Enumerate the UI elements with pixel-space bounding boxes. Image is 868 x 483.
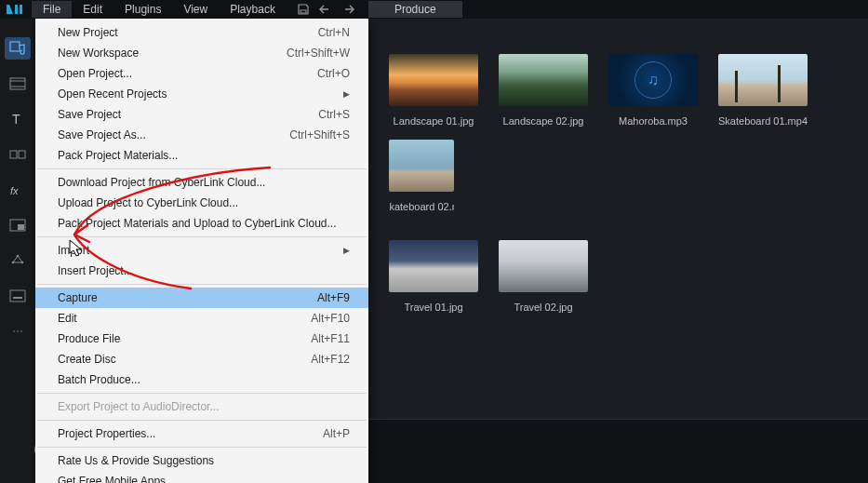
menu-item-shortcut: Ctrl+Shift+S [289,127,350,142]
menu-item-label: Pack Project Materials and Upload to Cyb… [58,216,336,231]
media-label: Travel 02.jpg [514,302,572,313]
media-label: Mahoroba.mp3 [619,115,688,127]
app-logo-icon [4,2,28,17]
menu-separator [37,236,367,237]
menu-item-label: Batch Produce... [58,372,140,387]
menu-item[interactable]: Produce FileAlt+F11 [35,329,368,349]
menu-item-label: New Project [58,25,118,40]
menu-item-shortcut: Ctrl+Shift+W [287,46,350,60]
menu-item-label: Edit [58,311,77,326]
menu-item-label: Get Free Mobile Apps [58,474,166,483]
menu-item[interactable]: Save Project As...Ctrl+Shift+S [35,125,368,145]
menu-item[interactable]: Upload Project to CyberLink Cloud... [35,193,368,213]
menu-separator [37,284,367,285]
thumbnail-icon [389,54,478,106]
menu-item-label: Download Project from CyberLink Cloud... [58,175,265,190]
tool-subtitle-icon[interactable] [5,285,31,307]
tool-particle-icon[interactable] [5,249,31,272]
save-icon[interactable] [292,1,314,18]
menu-item-label: Save Project As... [58,127,146,142]
media-item[interactable]: Travel 01.jpg [389,240,478,313]
tool-pip-icon[interactable] [5,214,31,236]
menu-item-shortcut: Ctrl+N [318,25,350,40]
menu-view[interactable]: View [172,1,219,18]
menu-item[interactable]: Import▶ [35,240,368,261]
media-item[interactable]: Landscape 01.jpg [389,54,478,127]
left-toolbar: T fx ⋯ [0,19,35,483]
tool-media-icon[interactable] [5,37,31,60]
svg-rect-2 [300,10,306,13]
media-item[interactable]: ♫ Mahoroba.mp3 [608,54,698,127]
thumbnail-icon: ♫ [608,54,698,106]
media-item[interactable]: Skateboard 01.mp4 [718,54,808,127]
svg-text:T: T [12,112,20,127]
menu-item[interactable]: EditAlt+F10 [35,308,368,329]
menu-item-shortcut: Alt+F11 [311,331,350,346]
menu-item-label: Upload Project to CyberLink Cloud... [58,195,238,210]
menu-file[interactable]: File [32,1,72,18]
menu-item-label: Produce File [58,331,120,346]
menu-item[interactable]: Open Project...Ctrl+O [35,63,368,84]
menu-item-shortcut: Alt+F12 [311,352,350,367]
menu-edit[interactable]: Edit [72,1,114,18]
thumbnail-icon [499,54,588,106]
tool-storyboard-icon[interactable] [5,73,31,95]
menu-item[interactable]: New ProjectCtrl+N [35,22,368,43]
media-item[interactable]: Skateboard 02.m [389,140,454,212]
menu-item[interactable]: Save ProjectCtrl+S [35,104,368,125]
menu-item[interactable]: Batch Produce... [35,369,368,390]
menu-item[interactable]: CaptureAlt+F9 [35,288,368,308]
svg-rect-1 [20,5,22,14]
media-grid: Landscape 01.jpg Landscape 02.jpg ♫ Maho… [389,54,868,212]
menu-item[interactable]: Get Free Mobile Apps [35,471,368,483]
menu-item[interactable]: Open Recent Projects▶ [35,84,368,104]
menu-item[interactable]: Pack Project Materials and Upload to Cyb… [35,213,368,234]
thumbnail-icon [389,140,454,192]
menu-item-shortcut: Alt+F9 [317,290,350,305]
thumbnail-icon [499,240,588,292]
menu-item-label: Capture [58,290,98,305]
file-dropdown: New ProjectCtrl+NNew WorkspaceCtrl+Shift… [35,19,368,483]
tool-more-icon[interactable]: ⋯ [5,320,31,342]
menu-item[interactable]: Download Project from CyberLink Cloud... [35,172,368,193]
menu-item-shortcut: Alt+P [323,426,350,441]
undo-icon[interactable] [314,1,337,18]
media-label: Skateboard 02.m [389,201,454,212]
redo-icon[interactable] [337,1,359,18]
svg-rect-9 [19,151,25,158]
media-item[interactable]: Travel 02.jpg [499,240,588,313]
menu-plugins[interactable]: Plugins [114,1,172,18]
media-grid-row2: Travel 01.jpg Travel 02.jpg [389,240,868,313]
thumbnail-icon [718,54,808,106]
menu-item[interactable]: Rate Us & Provide Suggestions [35,450,368,471]
menu-item[interactable]: Project Properties...Alt+P [35,423,368,444]
menu-item-shortcut: Alt+F10 [311,311,350,326]
submenu-arrow-icon: ▶ [343,243,350,258]
menu-item[interactable]: Create DiscAlt+F12 [35,349,368,369]
media-label: Travel 01.jpg [404,302,462,313]
menu-item[interactable]: New WorkspaceCtrl+Shift+W [35,43,368,63]
music-note-icon: ♫ [634,61,672,99]
svg-rect-4 [10,78,25,89]
produce-button[interactable]: Produce [368,1,462,18]
menu-item: Export Project to AudioDirector... [35,396,368,417]
svg-text:fx: fx [10,185,19,196]
media-item[interactable]: Landscape 02.jpg [499,54,588,127]
menu-separator [37,447,367,448]
tool-text-icon[interactable]: T [5,108,31,130]
svg-rect-3 [10,42,20,51]
menu-item-label: Insert Project... [58,263,133,278]
media-label: Landscape 01.jpg [394,115,474,127]
menu-item-label: Pack Project Materials... [58,148,178,163]
media-label: Skateboard 01.mp4 [718,115,808,127]
tool-transition-icon[interactable] [5,143,31,166]
tool-fx-icon[interactable]: fx [5,179,31,201]
menu-item[interactable]: Insert Project... [35,261,368,281]
menu-playback[interactable]: Playback [219,1,287,18]
menu-item[interactable]: Pack Project Materials... [35,145,368,166]
menu-item-shortcut: Ctrl+O [317,66,350,81]
submenu-arrow-icon: ▶ [343,87,350,101]
menu-item-label: Open Recent Projects [58,87,167,101]
menu-item-label: Import [58,243,89,258]
menu-item-label: Create Disc [58,352,116,367]
